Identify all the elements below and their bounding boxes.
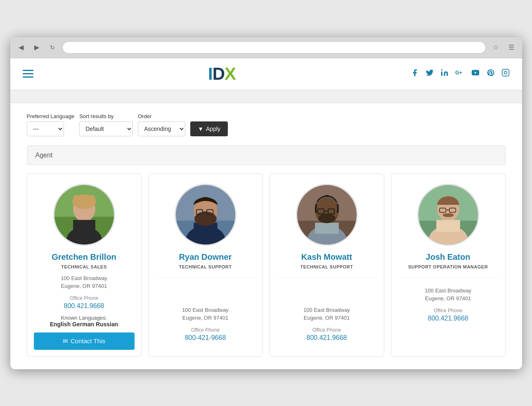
agent-address-line1-kash: 100 East Broadway	[303, 307, 350, 313]
svg-rect-36	[436, 220, 460, 232]
order-filter-group: Order Ascending Descending	[138, 113, 185, 136]
agent-card-josh: Josh Eaton SUPPORT OPERATION MANAGER 100…	[391, 173, 506, 357]
hamburger-line-1	[23, 70, 33, 71]
agent-phone-gretchen[interactable]: 800.421.9668	[64, 302, 104, 310]
svg-point-31	[318, 214, 335, 223]
agent-phone-label-ryan: Office Phone	[191, 327, 220, 333]
agent-address-line2-ryan: Eugene, OR 97401	[182, 315, 228, 321]
agent-address-line1-gretchen: 100 East Broadway	[61, 275, 107, 281]
agent-role-gretchen: TECHNICAL SALES	[61, 264, 107, 269]
agent-phone-label-gretchen: Office Phone	[70, 295, 98, 301]
linkedin-icon[interactable]	[440, 69, 449, 79]
youtube-icon[interactable]	[471, 69, 480, 79]
agent-languages-label-gretchen: Known Languages:	[61, 315, 107, 321]
page-content: IDX G+	[10, 58, 522, 369]
hamburger-line-3	[23, 76, 33, 78]
agent-card-kash: Kash Mowatt TECHNICAL SUPPORT 100 East B…	[270, 173, 384, 357]
instagram-icon[interactable]	[501, 69, 510, 79]
card-divider-ryan	[155, 278, 256, 278]
hamburger-menu-button[interactable]	[23, 70, 33, 78]
apply-filter-button[interactable]: ▼ Apply	[190, 121, 228, 136]
agent-role-josh: SUPPORT OPERATION MANAGER	[408, 264, 488, 269]
agent-phone-kash[interactable]: 800.421.9668	[307, 334, 347, 342]
browser-window: ◀ ▶ ↻ ☆ ☰ IDX	[10, 37, 522, 369]
contact-button-gretchen[interactable]: ✉ Contact This	[34, 332, 135, 350]
agent-address-line1-josh: 100 East Broadway	[425, 287, 471, 294]
contact-btn-label-gretchen: Contact This	[71, 337, 105, 344]
agent-name-gretchen[interactable]: Gretchen Brillon	[52, 252, 116, 262]
section-header: Agent	[27, 145, 506, 165]
svg-text:G+: G+	[455, 70, 462, 76]
sort-filter-group: Sort results by Default	[79, 113, 133, 136]
language-filter-select[interactable]: ---	[27, 121, 64, 136]
svg-point-12	[73, 195, 79, 203]
agent-address-ryan: 100 East Broadway Eugene, OR 97401	[182, 306, 229, 322]
filters-row: Preferred Language --- Sort results by D…	[27, 113, 506, 136]
svg-rect-27	[315, 223, 339, 234]
agent-avatar-gretchen	[53, 184, 115, 246]
googleplus-icon[interactable]: G+	[455, 69, 464, 79]
apply-button-label: Apply	[206, 126, 220, 132]
svg-point-0	[441, 69, 442, 71]
agent-avatar-ryan	[175, 184, 236, 246]
browser-menu-button[interactable]: ☰	[506, 42, 517, 53]
pinterest-icon[interactable]	[487, 69, 495, 79]
agent-name-ryan[interactable]: Ryan Downer	[179, 252, 232, 262]
agent-phone-label-kash: Office Phone	[312, 327, 341, 333]
site-header: IDX G+	[10, 58, 522, 90]
reload-button[interactable]: ↻	[47, 42, 58, 53]
svg-point-13	[89, 195, 95, 203]
order-filter-label: Order	[138, 113, 185, 119]
card-divider-kash	[277, 278, 377, 278]
hamburger-line-2	[23, 73, 33, 74]
logo: IDX	[208, 64, 236, 84]
logo-text: IDX	[208, 64, 236, 84]
forward-button[interactable]: ▶	[31, 42, 43, 53]
back-button[interactable]: ◀	[15, 42, 27, 53]
agent-address-line1-ryan: 100 East Broadway	[182, 307, 229, 313]
address-bar[interactable]	[62, 41, 486, 54]
logo-d: D	[213, 64, 225, 83]
agent-address-gretchen: 100 East Broadway Eugene, OR 97401	[61, 274, 107, 290]
agents-grid: Gretchen Brillon TECHNICAL SALES 100 Eas…	[27, 173, 506, 357]
sort-filter-label: Sort results by	[79, 113, 133, 119]
filter-icon: ▼	[198, 126, 203, 132]
agent-name-kash[interactable]: Kash Mowatt	[301, 252, 352, 262]
sort-filter-select[interactable]: Default	[79, 121, 133, 136]
agent-languages-gretchen: English German Russian	[50, 321, 118, 328]
agent-avatar-kash	[296, 184, 358, 246]
svg-point-37	[442, 213, 454, 217]
agent-phone-josh[interactable]: 800.421.9668	[428, 315, 468, 322]
language-filter-label: Preferred Language	[27, 113, 75, 119]
order-filter-select[interactable]: Ascending Descending	[138, 121, 185, 136]
facebook-icon[interactable]	[411, 69, 419, 79]
agent-address-line2-gretchen: Eugene, OR 97401	[61, 283, 107, 289]
agent-avatar-josh	[417, 184, 479, 246]
language-filter-group: Preferred Language ---	[27, 113, 75, 136]
agent-card-ryan: Ryan Downer TECHNICAL SUPPORT 100 East B…	[148, 173, 263, 357]
agent-address-line2-kash: Eugene, OR 97401	[304, 315, 350, 321]
agent-phone-label-josh: Office Phone	[434, 308, 462, 313]
social-icons: G+	[411, 69, 510, 79]
card-divider-josh	[398, 278, 499, 278]
agent-address-line2-josh: Eugene, OR 97401	[425, 295, 471, 302]
envelope-icon-gretchen: ✉	[63, 337, 68, 345]
agent-role-kash: TECHNICAL SUPPORT	[300, 264, 353, 269]
section-title: Agent	[35, 152, 53, 159]
sub-header-band	[10, 90, 522, 103]
browser-chrome: ◀ ▶ ↻ ☆ ☰	[10, 37, 522, 58]
svg-rect-3	[502, 69, 509, 76]
agent-address-josh: 100 East Broadway Eugene, OR 97401	[425, 287, 471, 303]
logo-x: X	[225, 64, 236, 83]
svg-rect-10	[73, 220, 95, 232]
agent-address-kash: 100 East Broadway Eugene, OR 97401	[303, 306, 350, 322]
twitter-icon[interactable]	[426, 69, 434, 79]
logo-i: I	[208, 64, 213, 83]
main-content: Preferred Language --- Sort results by D…	[10, 103, 522, 369]
agent-card-gretchen: Gretchen Brillon TECHNICAL SALES 100 Eas…	[27, 173, 142, 357]
agent-name-josh[interactable]: Josh Eaton	[426, 252, 471, 262]
bookmark-button[interactable]: ☆	[490, 42, 501, 53]
agent-role-ryan: TECHNICAL SUPPORT	[179, 264, 232, 269]
agent-phone-ryan[interactable]: 800-421-9668	[185, 334, 226, 342]
